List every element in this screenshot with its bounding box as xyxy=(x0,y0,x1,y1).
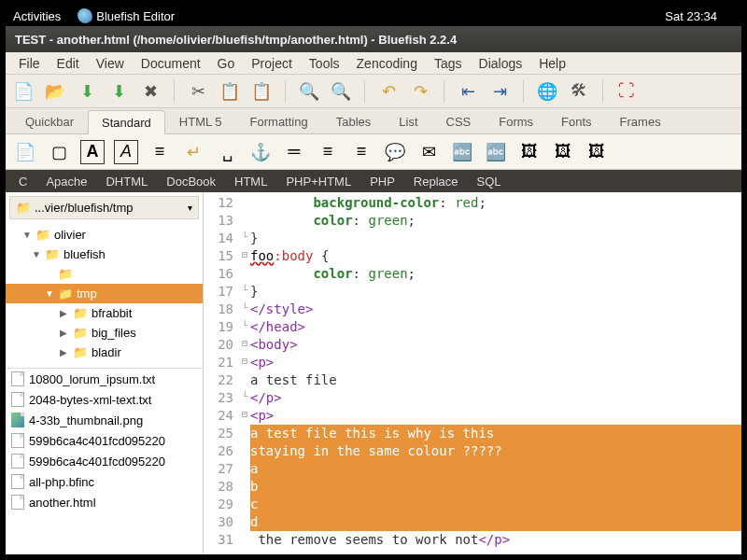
tab-html-5[interactable]: HTML 5 xyxy=(165,109,236,133)
lang-sql[interactable]: SQL xyxy=(470,173,509,190)
tab-standard[interactable]: Standard xyxy=(88,110,165,134)
cut-icon[interactable]: ✂ xyxy=(186,79,210,104)
fold-marker[interactable]: └ xyxy=(239,228,250,245)
menu-dialogs[interactable]: Dialogs xyxy=(472,54,530,73)
code-line[interactable]: a test file this is why is this xyxy=(250,425,741,442)
fold-marker[interactable] xyxy=(239,494,250,511)
quickstart-icon[interactable]: 📄 xyxy=(13,140,37,164)
activities-button[interactable]: Activities xyxy=(13,9,61,23)
body-icon[interactable]: ▢ xyxy=(47,140,71,164)
code-line[interactable]: } xyxy=(250,230,741,247)
thumbnail-icon[interactable]: 🖼 xyxy=(551,140,575,164)
menu-file[interactable]: File xyxy=(11,54,48,73)
open-file-icon[interactable]: 📂 xyxy=(43,79,67,104)
fold-marker[interactable] xyxy=(239,511,250,529)
code-line[interactable]: a test file xyxy=(250,371,741,389)
code-content[interactable]: background-color: red; color: green;}foo… xyxy=(250,192,741,554)
file-item[interactable]: another.html xyxy=(6,492,203,512)
code-line[interactable]: d xyxy=(250,513,741,531)
code-line[interactable]: the remove seems to work not</p> xyxy=(250,531,741,549)
code-line[interactable]: background-color: red; xyxy=(250,194,741,212)
fold-marker[interactable] xyxy=(239,458,250,476)
fold-marker[interactable]: └ xyxy=(239,387,250,405)
fold-marker[interactable]: ⊟ xyxy=(239,352,250,370)
code-line[interactable]: color: green; xyxy=(250,212,741,230)
menu-tags[interactable]: Tags xyxy=(427,54,470,73)
lang-c[interactable]: C xyxy=(11,173,35,190)
search-replace-icon[interactable]: 🔍 xyxy=(329,79,353,104)
tab-frames[interactable]: Frames xyxy=(606,109,675,133)
redo-icon[interactable]: ↷ xyxy=(408,79,432,104)
italic-icon[interactable]: A xyxy=(114,140,138,164)
lang-dhtml[interactable]: DHTML xyxy=(98,173,155,190)
save-icon[interactable]: ⬇ xyxy=(75,79,99,104)
file-item[interactable]: 4-33b_thumbnail.png xyxy=(6,410,203,430)
fold-marker[interactable] xyxy=(239,370,250,387)
code-line[interactable]: b xyxy=(250,478,741,496)
code-line[interactable]: </p> xyxy=(250,389,741,407)
basefont-icon[interactable]: 🔤 xyxy=(484,140,508,164)
code-line[interactable]: <p> xyxy=(250,407,741,425)
fold-marker[interactable]: ⊟ xyxy=(239,405,250,423)
lang-html[interactable]: HTML xyxy=(227,173,275,190)
code-line[interactable]: foo:body { xyxy=(250,247,741,265)
search-icon[interactable]: 🔍 xyxy=(297,79,321,104)
fold-marker[interactable]: └ xyxy=(239,281,250,299)
tab-tables[interactable]: Tables xyxy=(322,109,386,133)
menu-view[interactable]: View xyxy=(89,54,132,73)
undo-icon[interactable]: ↶ xyxy=(376,79,401,104)
fullscreen-icon[interactable]: ⛶ xyxy=(614,79,639,104)
tab-list[interactable]: List xyxy=(385,109,431,133)
code-line[interactable]: </style> xyxy=(250,301,741,318)
lang-php-html[interactable]: PHP+HTML xyxy=(278,173,359,190)
path-breadcrumb[interactable]: 📁 ...vier/bluefish/tmp ▾ xyxy=(9,196,199,219)
bold-icon[interactable]: A xyxy=(80,140,105,164)
tab-quickbar[interactable]: Quickbar xyxy=(11,109,88,133)
code-line[interactable]: color: green; xyxy=(250,265,741,283)
multithumbnail-icon[interactable]: 🖼 xyxy=(585,140,609,164)
fold-marker[interactable] xyxy=(239,263,250,281)
menu-project[interactable]: Project xyxy=(244,54,300,73)
lang-replace[interactable]: Replace xyxy=(406,173,466,190)
tab-forms[interactable]: Forms xyxy=(485,109,547,133)
rule-icon[interactable]: ═ xyxy=(282,140,306,164)
code-line[interactable]: } xyxy=(250,283,741,301)
fold-marker[interactable] xyxy=(239,529,250,547)
tree-item[interactable]: ▼📁bluefish xyxy=(6,245,203,264)
fold-marker[interactable]: ⊟ xyxy=(239,334,250,352)
menu-go[interactable]: Go xyxy=(210,54,243,73)
new-file-icon[interactable]: 📄 xyxy=(11,79,35,104)
clock[interactable]: Sat 23:34 xyxy=(665,9,717,23)
tab-css[interactable]: CSS xyxy=(432,109,486,133)
code-line[interactable]: a xyxy=(250,460,741,478)
code-line[interactable]: <body> xyxy=(250,336,741,354)
code-line[interactable]: c xyxy=(250,496,741,513)
fold-marker[interactable]: └ xyxy=(239,299,250,316)
image-icon[interactable]: 🖼 xyxy=(517,140,542,164)
browser-preview-icon[interactable]: 🌐 xyxy=(535,79,559,104)
comment-icon[interactable]: 💬 xyxy=(383,140,407,164)
lang-docbook[interactable]: DocBook xyxy=(159,173,223,190)
menu-edit[interactable]: Edit xyxy=(49,54,87,73)
preferences-icon[interactable]: 🛠 xyxy=(567,79,591,104)
fold-marker[interactable] xyxy=(239,476,250,494)
paste-icon[interactable]: 📋 xyxy=(249,79,274,104)
tree-item[interactable]: ▼📁olivier xyxy=(6,225,203,245)
tab-fonts[interactable]: Fonts xyxy=(547,109,606,133)
center-icon[interactable]: ≡ xyxy=(316,140,340,164)
anchor-icon[interactable]: ⚓ xyxy=(248,140,273,164)
lang-php[interactable]: PHP xyxy=(362,173,402,190)
paragraph-icon[interactable]: ≡ xyxy=(148,140,172,164)
tab-formatting[interactable]: Formatting xyxy=(236,109,322,133)
copy-icon[interactable]: 📋 xyxy=(218,79,242,104)
nbsp-icon[interactable]: ␣ xyxy=(215,140,239,164)
code-line[interactable]: staying in the same colour ????? xyxy=(250,442,741,460)
menu-help[interactable]: Help xyxy=(531,54,573,73)
tree-item[interactable]: ▶📁big_files xyxy=(6,323,203,343)
file-item[interactable]: 10800_lorum_ipsum.txt xyxy=(6,369,203,389)
fold-marker[interactable] xyxy=(239,210,250,228)
rightalign-icon[interactable]: ≡ xyxy=(349,140,374,164)
app-indicator[interactable]: Bluefish Editor xyxy=(78,8,175,23)
indent-icon[interactable]: ⇥ xyxy=(487,79,512,104)
menu-document[interactable]: Document xyxy=(134,54,208,73)
